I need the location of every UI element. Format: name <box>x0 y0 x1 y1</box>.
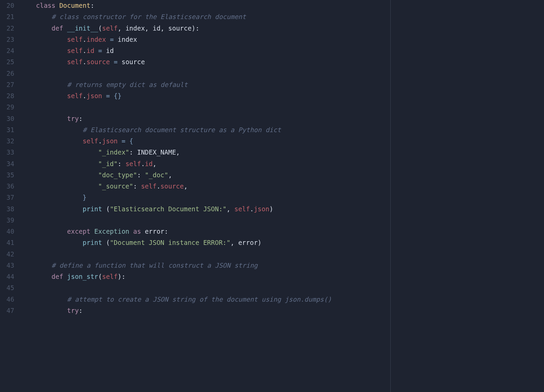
code-line[interactable]: self.source = source <box>20 56 544 68</box>
code-area[interactable]: class Document: # class constructor for … <box>19 0 544 392</box>
token: # define a function that will construct … <box>52 262 258 269</box>
code-line[interactable]: try: <box>20 305 544 316</box>
token: : <box>196 24 199 32</box>
token: source <box>87 58 110 66</box>
token: : <box>90 2 94 9</box>
code-line[interactable]: self.json = {} <box>20 90 544 102</box>
token <box>20 126 83 133</box>
code-line[interactable]: # class constructor for the Elasticsearc… <box>20 11 544 22</box>
token <box>20 115 67 122</box>
code-line[interactable]: "_source": self.source, <box>20 181 544 192</box>
token: , <box>153 160 156 167</box>
line-number: 33 <box>0 147 14 158</box>
code-line[interactable]: # returns empty dict as default <box>20 79 544 90</box>
token: . <box>98 137 102 145</box>
token: = <box>94 47 106 54</box>
line-number: 27 <box>0 79 14 90</box>
token: id <box>87 47 95 54</box>
token: id <box>153 24 160 32</box>
token: Exception <box>94 228 129 235</box>
token: self <box>67 58 83 66</box>
code-editor[interactable]: 2021222324252627282930313233343536373839… <box>0 0 544 392</box>
code-line[interactable]: # define a function that will construct … <box>20 260 544 271</box>
token <box>20 81 67 88</box>
token: ) <box>269 205 273 213</box>
code-line[interactable]: self.json = { <box>20 136 544 147</box>
token: try <box>67 307 79 314</box>
code-line[interactable]: class Document: <box>20 0 544 11</box>
token: } <box>83 194 86 201</box>
token: , <box>176 148 180 156</box>
line-number: 44 <box>0 271 14 282</box>
token: "_source" <box>98 182 133 190</box>
code-line[interactable]: def __init__(self, index, id, source): <box>20 23 544 34</box>
token <box>20 205 83 213</box>
code-line[interactable]: def json_str(self): <box>20 271 544 282</box>
token: self <box>67 36 83 43</box>
token: : <box>129 148 137 156</box>
token: : <box>121 273 125 280</box>
token <box>20 137 83 145</box>
line-number: 25 <box>0 56 14 68</box>
token: , <box>118 24 125 32</box>
token: index <box>125 24 145 32</box>
token: : <box>133 182 141 190</box>
code-line[interactable]: try: <box>20 113 544 124</box>
code-line[interactable]: except Exception as error: <box>20 226 544 237</box>
line-number: 43 <box>0 260 14 271</box>
token: # attempt to create a JSON string of the… <box>67 296 332 303</box>
line-number: 36 <box>0 181 14 192</box>
token: __init__ <box>67 24 98 32</box>
code-line[interactable]: self.id = id <box>20 45 544 56</box>
line-number: 26 <box>0 68 14 79</box>
line-number: 24 <box>0 45 14 56</box>
code-line[interactable]: } <box>20 192 544 203</box>
token: except <box>67 228 94 235</box>
line-number: 39 <box>0 215 14 226</box>
token: source <box>160 182 184 190</box>
token: "_doc" <box>145 171 168 179</box>
code-line[interactable]: "_id": self.id, <box>20 158 544 170</box>
token: class <box>36 2 60 9</box>
token: index <box>87 36 106 43</box>
code-line[interactable] <box>20 215 544 226</box>
token <box>20 262 52 269</box>
token <box>20 182 98 190</box>
token: : <box>137 171 145 179</box>
code-line[interactable] <box>20 102 544 113</box>
code-line[interactable]: print ("Elasticsearch Document JSON:", s… <box>20 203 544 215</box>
line-number: 23 <box>0 34 14 45</box>
line-number: 47 <box>0 305 14 316</box>
token <box>20 148 98 156</box>
line-number: 46 <box>0 294 14 305</box>
token: , <box>184 182 187 190</box>
token: {} <box>114 92 122 100</box>
code-line[interactable]: # attempt to create a JSON string of the… <box>20 294 544 305</box>
code-line[interactable]: # Elasticsearch document structure as a … <box>20 124 544 136</box>
line-number: 28 <box>0 90 14 102</box>
token: : <box>79 307 83 314</box>
code-line[interactable]: "_index": INDEX_NAME, <box>20 147 544 158</box>
token: , <box>145 24 153 32</box>
token: ( <box>102 239 110 246</box>
line-number: 20 <box>0 0 14 11</box>
token: self <box>67 92 83 100</box>
code-line[interactable] <box>20 282 544 293</box>
code-line[interactable]: "doc_type": "_doc", <box>20 170 544 181</box>
token: self <box>234 205 250 213</box>
token: ) <box>118 273 121 280</box>
line-number: 31 <box>0 124 14 136</box>
code-line[interactable] <box>20 249 544 260</box>
line-number: 41 <box>0 237 14 248</box>
token: "Document JSON instance ERROR:" <box>110 239 231 246</box>
token: = <box>110 58 121 66</box>
code-line[interactable] <box>20 68 544 79</box>
line-number: 42 <box>0 249 14 260</box>
code-line[interactable]: self.index = index <box>20 34 544 45</box>
token: . <box>141 160 145 167</box>
token: Document <box>59 2 90 9</box>
code-line[interactable]: print ("Document JSON instance ERROR:", … <box>20 237 544 248</box>
token: json_str <box>67 273 98 280</box>
token: . <box>83 58 86 66</box>
token: source <box>168 24 192 32</box>
